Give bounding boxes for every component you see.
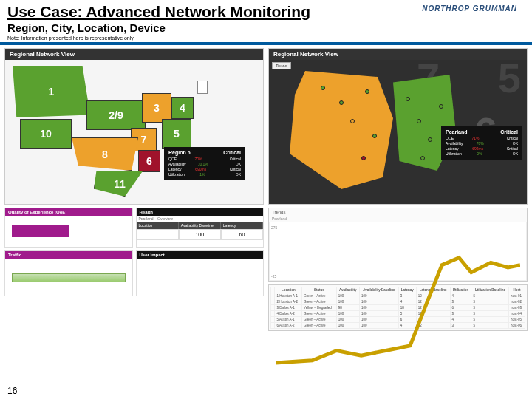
region-10[interactable]: 10 (20, 119, 72, 149)
city-map[interactable]: Texas 7 5 0 6 PearlandCritical (269, 60, 527, 204)
popup-region-name: Region 6 (168, 150, 191, 155)
left-column: Regional Network View 1 2/9 3 4 10 7 5 8… (4, 48, 264, 331)
traffic-panel: Traffic (4, 250, 133, 296)
qoe-title: Quality of Experience (QoE) (5, 208, 132, 216)
userimpact-title: User Impact (137, 251, 264, 259)
logo-text-a: NORTHROP (422, 4, 472, 13)
trends-sub: Pearland → (269, 216, 527, 222)
region-4[interactable]: 4 (171, 97, 194, 119)
traffic-area (12, 273, 126, 282)
city-dot[interactable] (372, 134, 377, 138)
legend-icon[interactable] (197, 81, 208, 94)
health-title: Health (137, 208, 264, 216)
right-column: Regional Network View Texas 7 5 0 6 (268, 48, 528, 331)
popup-city-name: Pearland (446, 129, 468, 134)
city-dot[interactable] (428, 137, 432, 142)
bg-num-5: 5 (498, 54, 521, 102)
texas-region-map[interactable]: 1 2/9 3 4 10 7 5 8 6 11 Region 6Critical… (5, 60, 263, 204)
region-tab[interactable]: Texas (272, 62, 291, 69)
city-dot[interactable] (350, 119, 355, 123)
region-3[interactable]: 3 (142, 93, 171, 123)
city-dot[interactable] (420, 156, 425, 160)
slide-subtitle: Region, City, Location, Device (7, 21, 525, 34)
region-popup: Region 6Critical QOE70%Critical Availabi… (164, 147, 245, 180)
regional-view-left: Regional Network View 1 2/9 3 4 10 7 5 8… (4, 48, 264, 205)
city-dot[interactable] (417, 119, 421, 123)
traffic-title: Traffic (5, 251, 132, 259)
city-dot[interactable] (321, 86, 325, 90)
trends-chart[interactable]: 275 -25 (269, 222, 527, 281)
regional-view-right: Regional Network View Texas 7 5 0 6 (268, 48, 528, 205)
region-5[interactable]: 5 (162, 119, 191, 149)
company-logo: NORTHROP GRUMMAN (422, 4, 517, 13)
userimpact-body (137, 259, 264, 296)
qoe-chart[interactable] (5, 216, 132, 247)
region-1[interactable]: 1 (13, 66, 90, 117)
page-number: 16 (7, 386, 17, 396)
health-panel: Health Pearland – Overview Location Avai… (136, 208, 265, 248)
content-area: Regional Network View 1 2/9 3 4 10 7 5 8… (0, 45, 532, 334)
userimpact-panel: User Impact (136, 250, 265, 296)
region-11[interactable]: 11 (94, 171, 146, 197)
traffic-chart[interactable] (5, 259, 132, 296)
popup-status: Critical (223, 150, 241, 155)
popup-city-status: Critical (500, 129, 518, 134)
city-dot[interactable] (365, 89, 369, 94)
qoe-panel: Quality of Experience (QoE) (4, 208, 133, 248)
city-dot[interactable] (339, 100, 344, 105)
city-popup: PearlandCritical QOE71%Critical Availabi… (441, 126, 522, 160)
logo-text-b: GRUMMAN (473, 4, 517, 13)
panel-title-right: Regional Network View (269, 49, 527, 60)
panel-title: Regional Network View (5, 49, 263, 60)
region-8[interactable]: 8 (72, 137, 138, 171)
region-6[interactable]: 6 (138, 150, 160, 172)
city-dot[interactable] (406, 97, 410, 101)
health-sub: Pearland – Overview (137, 216, 264, 222)
qoe-bar (12, 225, 69, 238)
city-dot[interactable] (361, 156, 366, 160)
trend-line (276, 228, 520, 375)
city-dot[interactable] (439, 104, 443, 109)
slide-note: Note: Information presented here is repr… (7, 35, 525, 41)
region-2-9[interactable]: 2/9 (86, 100, 146, 130)
health-headers: Location Availability Baseline Latency (137, 222, 264, 229)
trends-title: Trends (269, 208, 527, 216)
trends-panel: Trends Pearland → 275 -25 (268, 208, 528, 282)
